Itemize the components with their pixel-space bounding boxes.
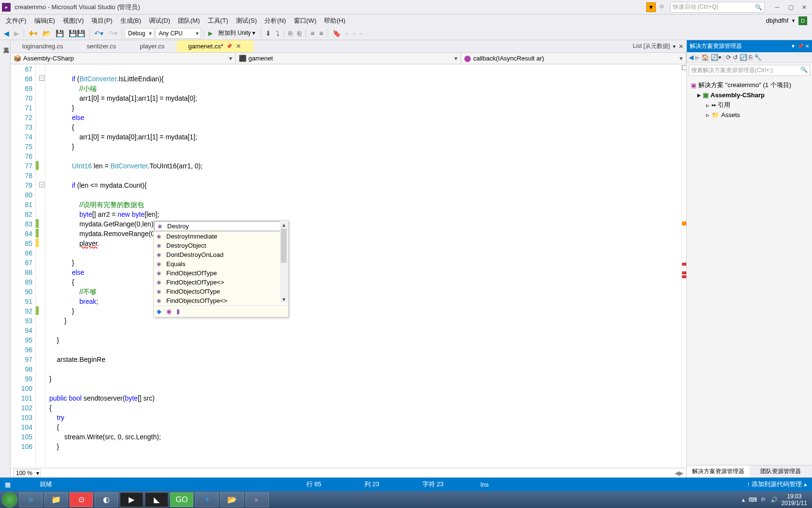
code-content[interactable]: if (BitConverter.IsLittleEndian){ //小端 a… xyxy=(45,64,682,468)
notification-flag-icon[interactable]: ▼ xyxy=(646,2,656,12)
panel-pin-icon[interactable]: 📌 xyxy=(798,44,803,49)
save-button[interactable]: 💾 xyxy=(54,29,66,38)
sol-btn[interactable]: ⎘ xyxy=(749,54,753,61)
menu-window[interactable]: 窗口(W) xyxy=(290,15,320,27)
tab-gamenet[interactable]: gamenet.cs* 📌 ✕ xyxy=(177,40,253,52)
toolbar-btn-g[interactable]: ▫ xyxy=(358,29,364,38)
taskbar-app-icon[interactable]: ⊙ xyxy=(70,493,93,507)
metadata-close[interactable]: ✕ xyxy=(679,43,683,50)
menu-file[interactable]: 文件(F) xyxy=(2,15,30,27)
toolbar-btn-c[interactable]: ≡ xyxy=(308,29,316,38)
menu-project[interactable]: 项目(P) xyxy=(87,15,116,27)
assets-node[interactable]: ▹📁Assets xyxy=(689,110,810,120)
platform-combo[interactable]: Any CPU xyxy=(155,28,201,39)
start-button[interactable] xyxy=(2,492,17,508)
sol-home-icon[interactable]: 🏠 xyxy=(701,54,709,61)
menu-team[interactable]: 团队(M) xyxy=(174,15,204,27)
split-icon[interactable] xyxy=(682,65,686,70)
user-account[interactable]: dbjhdfhf ▼ D xyxy=(766,16,810,25)
intellisense-item[interactable]: ◉Equals xyxy=(154,259,288,269)
config-combo[interactable]: Debug xyxy=(125,28,154,39)
taskbar-app-icon[interactable]: ▶ xyxy=(120,493,143,507)
sol-btn[interactable]: ⟳ xyxy=(726,54,731,61)
system-tray[interactable]: ▴ ⌨ 🏳 🔊 19:03 2019/1/11 xyxy=(742,493,810,507)
intellisense-item[interactable]: ◉DestroyImmediate xyxy=(154,232,288,241)
intellisense-scrollbar[interactable]: ▴ ▾ xyxy=(280,221,288,302)
sol-refresh-icon[interactable]: 🔃 xyxy=(740,54,747,61)
taskbar-unity-icon[interactable]: ◣ xyxy=(145,493,168,507)
bookmark-icon[interactable]: 🔖 xyxy=(331,29,343,38)
intellisense-item[interactable]: ◉FindObjectsOfType<> xyxy=(154,296,288,305)
taskbar-explorer-icon[interactable]: 📁 xyxy=(44,493,68,507)
source-control[interactable]: ↑ 添加到源代码管理 ▴ xyxy=(747,480,807,489)
code-editor[interactable]: 6768697071727374757677787980818283848586… xyxy=(11,64,686,468)
menu-test[interactable]: 测试(S) xyxy=(232,15,261,27)
toolbar-btn-b[interactable]: ⎗ xyxy=(295,29,303,38)
tray-volume-icon[interactable]: 🔊 xyxy=(770,496,778,503)
maximize-button[interactable]: ▢ xyxy=(785,2,797,12)
zoom-combo[interactable]: 100 % xyxy=(14,469,41,477)
toolbar-btn-d[interactable]: ≡ xyxy=(318,29,325,38)
tray-lang-icon[interactable]: ⌨ xyxy=(749,496,757,503)
tray-expand-icon[interactable]: ▴ xyxy=(742,496,745,503)
feedback-icon[interactable]: ☺ xyxy=(659,3,667,12)
taskbar-ie-icon[interactable]: e xyxy=(19,493,43,507)
sol-sync-icon[interactable]: 🔄▾ xyxy=(710,54,722,61)
filter-icon[interactable]: ◉ xyxy=(166,308,172,315)
panel-close-icon[interactable]: ✕ xyxy=(805,44,809,49)
intellisense-item[interactable]: ◉FindObjectsOfType xyxy=(154,287,288,296)
filter-icon[interactable]: ▮ xyxy=(176,308,180,315)
taskbar-goland-icon[interactable]: GO xyxy=(170,493,193,507)
toolbar-btn-e[interactable]: ▫ xyxy=(344,29,350,38)
menu-tools[interactable]: 工具(T) xyxy=(204,15,232,27)
tab-loginandreg[interactable]: loginandreg.cs xyxy=(11,40,75,52)
step-button-2[interactable]: ⤵ xyxy=(274,29,281,38)
menu-edit[interactable]: 编辑(E) xyxy=(30,15,59,27)
pin-icon[interactable]: 📌 xyxy=(226,44,232,49)
project-node[interactable]: ▸▣Assembly-CSharp xyxy=(689,90,810,100)
sol-btn[interactable]: ↺ xyxy=(733,54,738,61)
solution-search-input[interactable]: 搜索解决方案资源管理器(Ctrl+;) 🔍 xyxy=(689,65,810,76)
attach-unity-button[interactable]: 附加到 Unity ▾ xyxy=(216,28,258,38)
tab-dropdown-icon[interactable]: ▾ xyxy=(673,43,676,50)
menu-analyze[interactable]: 分析(N) xyxy=(261,15,290,27)
toolbar-btn-f[interactable]: ▫ xyxy=(351,29,357,38)
taskbar-app-icon[interactable]: ✦ xyxy=(195,493,218,507)
system-clock[interactable]: 19:03 2019/1/11 xyxy=(782,493,807,507)
redo-button[interactable]: ↷▾ xyxy=(106,29,119,38)
taskbar-folder-icon[interactable]: 📂 xyxy=(220,493,244,507)
intellisense-item[interactable]: ◉DestroyObject xyxy=(154,241,288,250)
fold-toggle[interactable]: − xyxy=(39,75,44,81)
menu-view[interactable]: 视图(V) xyxy=(59,15,87,27)
fold-toggle[interactable]: − xyxy=(39,182,44,187)
intellisense-item[interactable]: ◉Destroy xyxy=(154,221,288,231)
taskbar-vs-icon[interactable]: ▸ xyxy=(246,493,269,507)
menu-build[interactable]: 生成(B) xyxy=(116,15,145,27)
toolbar-btn-a[interactable]: ⎘ xyxy=(287,29,294,38)
close-button[interactable]: ✕ xyxy=(798,2,810,12)
member-combo[interactable]: ⬤callback(IAsyncResult ar) xyxy=(461,53,686,64)
quick-launch-input[interactable]: 快速启动 (Ctrl+Q) 🔍 xyxy=(670,2,765,13)
intellisense-item[interactable]: ◉FindObjectOfType<> xyxy=(154,278,288,287)
class-combo[interactable]: ⬛gamenet xyxy=(236,53,461,64)
solution-root[interactable]: ▣解决方案 "createmmo" (1 个项目) xyxy=(689,80,810,90)
tab-solution-explorer[interactable]: 解决方案资源管理器 xyxy=(687,465,750,478)
sol-back-icon[interactable]: ◀ xyxy=(689,54,694,61)
taskbar-chrome-icon[interactable]: ◐ xyxy=(95,493,118,507)
minimize-button[interactable]: ─ xyxy=(771,2,783,12)
nav-back-button[interactable]: ◀ xyxy=(2,29,11,38)
project-combo[interactable]: 📦Assembly-CSharp xyxy=(11,53,236,64)
menu-help[interactable]: 帮助(H) xyxy=(320,15,349,27)
menu-debug[interactable]: 调试(D) xyxy=(145,15,174,27)
step-button-1[interactable]: ⬇ xyxy=(263,29,273,38)
tab-player[interactable]: player.cs xyxy=(128,40,176,52)
save-all-button[interactable]: 💾💾 xyxy=(67,29,87,38)
references-node[interactable]: ▹▪▪引用 xyxy=(689,100,810,110)
tab-team-explorer[interactable]: 团队资源管理器 xyxy=(750,465,812,478)
tray-flag-icon[interactable]: 🏳 xyxy=(761,496,767,503)
tab-serilizer[interactable]: serilizer.cs xyxy=(75,40,129,52)
filter-icon[interactable]: ◆ xyxy=(157,308,161,315)
start-debug-button[interactable]: ▶ xyxy=(206,29,215,38)
overview-ruler[interactable] xyxy=(682,64,686,468)
intellisense-item[interactable]: ◉FindObjectOfType xyxy=(154,269,288,278)
